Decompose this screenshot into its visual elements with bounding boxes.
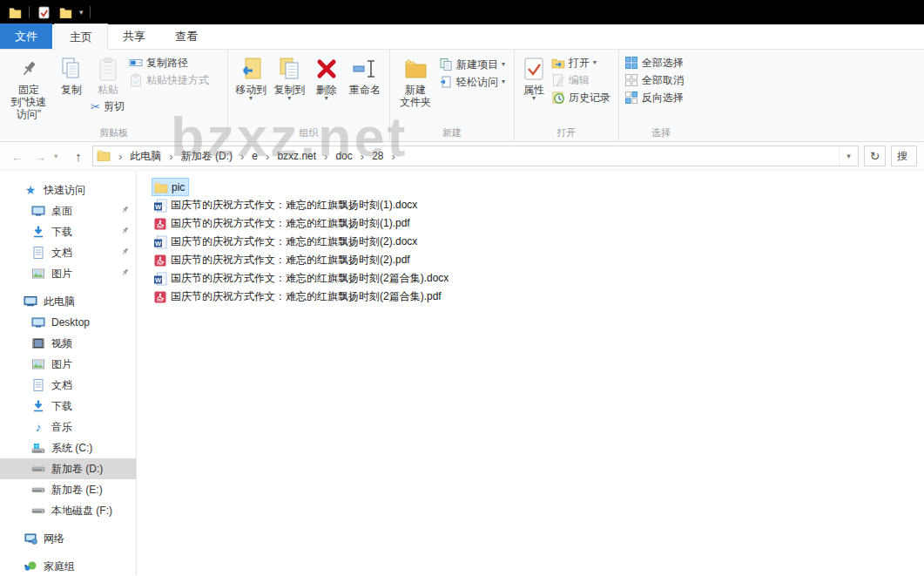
videos-icon — [31, 336, 45, 350]
sidebar-label: 音乐 — [51, 420, 72, 435]
dropdown-caret-icon: ▾ — [593, 60, 597, 65]
sidebar-item-pc-desktop[interactable]: Desktop — [0, 312, 136, 333]
pdf-file-icon: PDF — [153, 217, 167, 231]
delete-button[interactable]: 删除 ▾ — [309, 52, 344, 103]
breadcrumb-drive-d[interactable]: 新加卷 (D:) — [181, 149, 233, 164]
sidebar-item-drive-f[interactable]: 本地磁盘 (F:) — [0, 500, 136, 521]
sidebar-item-pc-documents[interactable]: 文档 — [0, 375, 136, 396]
rename-icon — [352, 54, 378, 84]
titlebar-folder-icon[interactable] — [57, 3, 73, 21]
breadcrumb-e[interactable]: e — [252, 150, 258, 162]
file-row-pdf-3[interactable]: PDF 国庆节的庆祝方式作文：难忘的红旗飘扬时刻(2篇合集).pdf — [152, 288, 445, 306]
select-none-icon — [624, 73, 638, 87]
pin-icon — [120, 268, 130, 277]
sidebar-item-drive-c[interactable]: 系统 (C:) — [0, 437, 136, 458]
address-dropdown-icon[interactable]: ▾ — [839, 146, 858, 166]
sidebar-label: 图片 — [51, 357, 72, 372]
sidebar-item-this-pc[interactable]: 此电脑 — [0, 291, 136, 312]
pin-to-quick-access-button[interactable]: 固定到"快速访问" — [3, 52, 54, 122]
breadcrumb-bzxz-net[interactable]: bzxz.net — [277, 150, 316, 162]
select-group-label: 选择 — [619, 126, 703, 141]
tab-view[interactable]: 查看 — [160, 24, 212, 49]
breadcrumb-separator: › — [361, 150, 364, 163]
sidebar-item-homegroup[interactable]: 家庭组 — [0, 556, 136, 575]
sidebar-item-quick-access[interactable]: ★ 快速访问 — [0, 180, 136, 200]
new-folder-label-line1: 新建 — [405, 84, 426, 96]
breadcrumb-this-pc[interactable]: 此电脑 — [130, 149, 161, 164]
properties-check-icon[interactable] — [36, 3, 51, 21]
sidebar-label: 家庭组 — [44, 559, 75, 574]
file-row-pdf-1[interactable]: PDF 国庆节的庆祝方式作文：难忘的红旗飘扬时刻(1).pdf — [152, 214, 414, 233]
properties-button[interactable]: 属性 ▾ — [518, 52, 550, 103]
file-name: 国庆节的庆祝方式作文：难忘的红旗飘扬时刻(2篇合集).docx — [171, 271, 449, 286]
copy-path-button[interactable]: 复制路径 — [127, 54, 211, 71]
pictures-icon — [31, 267, 45, 281]
rename-label: 重命名 — [349, 84, 381, 96]
new-folder-button[interactable]: 新建 文件夹 — [394, 52, 437, 110]
move-to-button[interactable]: 移动到 ▾ — [232, 52, 270, 103]
back-button[interactable]: ← — [9, 149, 26, 164]
paste-button[interactable]: 粘贴 — [89, 52, 127, 98]
qat-dropdown-icon[interactable]: ▾ — [79, 8, 84, 17]
file-row-pdf-2[interactable]: PDF 国庆节的庆祝方式作文：难忘的红旗飘扬时刻(2).pdf — [152, 251, 414, 269]
titlebar-separator — [29, 6, 30, 18]
select-none-button[interactable]: 全部取消 — [623, 71, 685, 89]
select-all-icon — [624, 56, 638, 70]
sidebar-item-qa-downloads[interactable]: 下载 — [0, 221, 136, 242]
this-pc-icon — [24, 295, 37, 308]
breadcrumb-28[interactable]: 28 — [372, 150, 383, 162]
svg-text:PDF: PDF — [157, 226, 164, 229]
quick-access-folder-icon[interactable] — [7, 3, 23, 21]
paste-shortcut-button[interactable]: 粘贴快捷方式 — [127, 71, 211, 89]
tab-file[interactable]: 文件 — [0, 24, 52, 49]
sidebar-item-pc-videos[interactable]: 视频 — [0, 333, 136, 354]
file-row-docx-1[interactable]: W 国庆节的庆祝方式作文：难忘的红旗飘扬时刻(1).docx — [152, 196, 421, 214]
forward-button[interactable]: → — [31, 149, 49, 164]
sidebar-item-drive-e[interactable]: 新加卷 (E:) — [0, 479, 136, 500]
recent-locations-icon[interactable]: ▾ — [54, 152, 64, 160]
file-row-docx-2[interactable]: W 国庆节的庆祝方式作文：难忘的红旗飘扬时刻(2).docx — [152, 233, 421, 251]
sidebar-item-drive-d[interactable]: 新加卷 (D:) — [0, 458, 136, 479]
network-icon — [24, 532, 37, 546]
dropdown-caret-icon: ▾ — [249, 96, 253, 101]
tab-share[interactable]: 共享 — [108, 24, 160, 49]
sidebar-item-qa-documents[interactable]: 文档 — [0, 242, 136, 263]
sidebar-label: 图片 — [51, 267, 72, 281]
select-all-button[interactable]: 全部选择 — [623, 54, 685, 71]
breadcrumb-separator: › — [169, 150, 172, 163]
tab-home[interactable]: 主页 — [54, 24, 108, 50]
pin-icon — [120, 205, 130, 214]
file-row-pic-folder[interactable]: pic — [152, 178, 189, 196]
sidebar-item-network[interactable]: 网络 — [0, 528, 136, 549]
easy-access-button[interactable]: 轻松访问 ▾ — [437, 73, 507, 91]
cut-button[interactable]: ✂ 剪切 — [89, 98, 127, 115]
system-drive-icon — [31, 441, 45, 455]
cut-icon: ✂ — [91, 100, 100, 113]
sidebar-item-qa-desktop[interactable]: 桌面 — [0, 200, 136, 221]
copy-to-button[interactable]: 复制到 ▾ — [270, 52, 308, 103]
search-input[interactable]: 搜 — [891, 146, 917, 166]
downloads-icon — [31, 225, 45, 239]
sidebar-item-pc-downloads[interactable]: 下载 — [0, 396, 136, 417]
dropdown-caret-icon: ▾ — [502, 79, 505, 85]
sidebar-item-qa-pictures[interactable]: 图片 — [0, 263, 136, 284]
refresh-button[interactable]: ↻ — [864, 146, 886, 166]
breadcrumb-doc[interactable]: doc — [335, 150, 352, 162]
sidebar-item-pc-pictures[interactable]: 图片 — [0, 354, 136, 375]
copy-button[interactable]: 复制 — [54, 52, 89, 98]
address-bar[interactable]: › 此电脑 › 新加卷 (D:) › e › bzxz.net › doc › … — [92, 146, 859, 166]
folder-icon — [154, 180, 168, 194]
history-button[interactable]: 历史记录 — [550, 89, 612, 106]
invert-selection-button[interactable]: 反向选择 — [623, 89, 685, 106]
pdf-file-icon: PDF — [153, 290, 167, 304]
open-button[interactable]: 打开 ▾ — [550, 54, 612, 71]
file-row-docx-3[interactable]: W 国庆节的庆祝方式作文：难忘的红旗飘扬时刻(2篇合集).docx — [152, 269, 452, 288]
edit-button[interactable]: 编辑 — [550, 71, 612, 89]
rename-button[interactable]: 重命名 — [344, 52, 386, 98]
sidebar-item-pc-music[interactable]: ♪ 音乐 — [0, 417, 136, 437]
new-item-button[interactable]: 新建项目 ▾ — [437, 56, 507, 73]
ribbon-group-clipboard: 固定到"快速访问" 复制 粘贴 ✂ — [0, 50, 228, 141]
invert-selection-icon — [624, 91, 638, 105]
up-button[interactable]: ↑ — [70, 149, 87, 164]
paste-icon — [98, 54, 118, 84]
